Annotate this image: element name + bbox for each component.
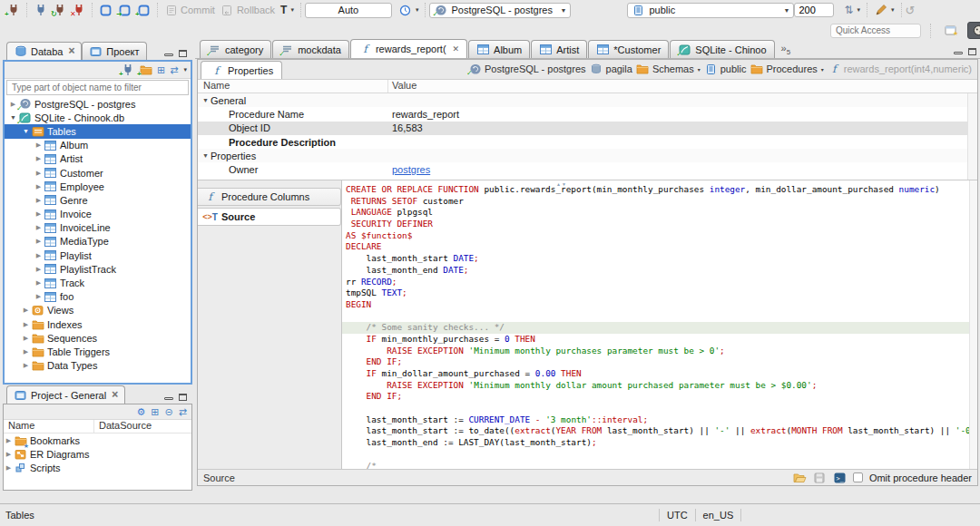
- expand-arrow-icon[interactable]: ▶: [34, 238, 44, 245]
- close-icon[interactable]: ❌︎: [68, 46, 74, 56]
- tab-project-general[interactable]: Project - General ❌︎: [6, 385, 125, 404]
- tree-item-mediatype[interactable]: ▶MediaType: [5, 235, 191, 248]
- transaction-log-button[interactable]: T▾: [278, 1, 297, 19]
- link-with-editor-icon[interactable]: ⇄: [170, 65, 178, 75]
- column-header-datasource[interactable]: DataSource: [94, 420, 152, 433]
- expand-arrow-icon[interactable]: ▶: [34, 266, 44, 273]
- tree-item-track[interactable]: ▶Track: [5, 276, 191, 289]
- grid-scrollbar[interactable]: [967, 93, 977, 180]
- gear-icon[interactable]: ⚙: [136, 407, 145, 417]
- new-connection-icon[interactable]: +: [121, 63, 134, 76]
- tree-item-customer[interactable]: ▶Customer: [5, 166, 191, 180]
- code-line-11[interactable]: BEGIN: [346, 299, 968, 311]
- connect-button[interactable]: [31, 1, 50, 19]
- expand-arrow-icon[interactable]: ▶: [21, 321, 31, 328]
- property-row-procedure-name[interactable]: Procedure Namerewards_report: [198, 107, 977, 121]
- tree-item-playlisttrack[interactable]: ▶PlaylistTrack: [5, 262, 191, 276]
- side-tab-source[interactable]: <>TSource: [198, 208, 341, 226]
- expand-arrow-icon[interactable]: ▶: [21, 307, 31, 314]
- schema-combo[interactable]: public ▼: [627, 3, 794, 18]
- tree-item-invoiceline[interactable]: ▶InvoiceLine: [5, 221, 191, 235]
- object-filter-input[interactable]: [6, 80, 189, 95]
- timezone-indicator[interactable]: UTC: [667, 510, 688, 521]
- tree-item-indexes[interactable]: ▶Indexes: [5, 317, 191, 331]
- reconnect-button[interactable]: ↻: [50, 1, 69, 19]
- code-line-3[interactable]: LANGUAGE plpgsql: [346, 207, 968, 219]
- expand-arrow-icon[interactable]: ▶: [4, 464, 14, 472]
- expand-all-icon[interactable]: ⊝: [165, 407, 173, 417]
- tree-item-postgresql-postgres[interactable]: ▶✓PostgreSQL - postgres: [5, 97, 191, 111]
- grid-column-value[interactable]: Value: [388, 80, 416, 93]
- tree-item-invoice[interactable]: ▶Invoice: [5, 208, 191, 221]
- property-row-object-id[interactable]: Object ID16,583: [198, 122, 977, 135]
- tree-item-sequences[interactable]: ▶Sequences: [5, 331, 191, 345]
- disconnect-button[interactable]: ✕: [69, 1, 88, 19]
- expand-arrow-icon[interactable]: ▶: [21, 335, 31, 342]
- collapse-all-icon[interactable]: ⊞: [157, 65, 165, 75]
- tab-project-explorer[interactable]: Проект: [82, 42, 146, 60]
- code-line-4[interactable]: SECURITY DEFINER: [346, 219, 968, 230]
- project-item-scripts[interactable]: ▶Scripts: [4, 462, 191, 475]
- code-line-21[interactable]: last_month_start := CURRENT_DATE - '3 mo…: [346, 414, 968, 426]
- quick-access-input[interactable]: [830, 24, 921, 38]
- editor-tab-mockdata[interactable]: ✓mockdata: [272, 40, 349, 58]
- expand-arrow-icon[interactable]: ▶: [34, 170, 44, 177]
- editor-tab-category[interactable]: ✓category: [200, 40, 271, 58]
- expand-arrow-icon[interactable]: ▶: [34, 155, 44, 162]
- tab-properties[interactable]: f Properties: [201, 61, 282, 79]
- fetch-size-input[interactable]: [794, 3, 834, 17]
- expand-arrow-icon[interactable]: ▶: [34, 197, 44, 204]
- tree-item-album[interactable]: ▶Album: [5, 139, 191, 152]
- editor-tab-rewards-report-[interactable]: frewards_report(✕: [350, 39, 467, 58]
- code-line-20[interactable]: [346, 403, 968, 414]
- code-line-25[interactable]: /*: [346, 461, 968, 470]
- chevron-down-icon[interactable]: ▾: [821, 66, 824, 73]
- collapse-arrow-icon[interactable]: ▼: [202, 97, 211, 103]
- project-item-er-diagrams[interactable]: ▶ER Diagrams: [4, 447, 191, 461]
- owner-link[interactable]: postgres: [392, 164, 430, 175]
- breadcrumb-item-rewards-report-int4-numeric-[interactable]: frewards_report(int4,numeric): [828, 63, 972, 75]
- code-line-17[interactable]: IF min_dollar_amount_purchased = 0.00 TH…: [346, 368, 968, 380]
- tab-database-navigator[interactable]: Databa ❌︎: [6, 42, 82, 60]
- view-menu-icon[interactable]: ▾: [183, 66, 187, 73]
- code-line-10[interactable]: tmpSQL TEXT;: [346, 287, 968, 299]
- expand-arrow-icon[interactable]: ▶: [21, 348, 31, 356]
- editor-tab-album[interactable]: Album: [468, 40, 530, 58]
- generate-mock-data-button[interactable]: ▾: [871, 1, 897, 19]
- code-line-15[interactable]: RAISE EXCEPTION 'Minimum monthly purchas…: [346, 346, 968, 357]
- chevron-down-icon[interactable]: ▾: [698, 66, 701, 73]
- new-connection-button[interactable]: +: [4, 1, 23, 19]
- new-sql-editor-button[interactable]: +: [134, 1, 153, 19]
- code-line-23[interactable]: last_month_end := LAST_DAY(last_month_st…: [346, 437, 968, 449]
- minimize-icon[interactable]: [954, 52, 963, 54]
- new-folder-icon[interactable]: +: [139, 63, 152, 76]
- sql-editor-button[interactable]: [96, 1, 115, 19]
- expand-arrow-icon[interactable]: ▶: [34, 279, 44, 287]
- code-line-5[interactable]: AS $function$: [346, 230, 968, 242]
- editor-tab-artist[interactable]: Artist: [531, 40, 587, 58]
- link-with-editor-icon[interactable]: ⇄: [179, 407, 187, 417]
- load-from-file-icon[interactable]: [793, 472, 807, 484]
- tree-item-foo[interactable]: ▶foo: [5, 290, 191, 304]
- maximize-icon[interactable]: [179, 50, 187, 57]
- project-item-bookmarks[interactable]: ▶★Bookmarks: [4, 433, 191, 447]
- expand-arrow-icon[interactable]: ▶: [34, 183, 44, 190]
- expand-arrow-icon[interactable]: ▶: [34, 141, 44, 149]
- expand-arrow-icon[interactable]: ▶: [34, 210, 44, 218]
- expand-arrow-icon[interactable]: ▶: [34, 224, 44, 231]
- property-row-general[interactable]: ▼General: [198, 93, 977, 107]
- property-row-owner[interactable]: Ownerpostgres: [198, 162, 977, 176]
- code-line-12[interactable]: [346, 311, 968, 323]
- code-line-7[interactable]: last_month_start DATE;: [346, 253, 968, 265]
- locale-indicator[interactable]: en_US: [703, 510, 734, 521]
- column-header-name[interactable]: Name: [4, 420, 94, 433]
- editor-tab--customer[interactable]: *Customer: [588, 40, 669, 58]
- side-tab-procedure-columns[interactable]: fProcedure Columns: [198, 188, 341, 206]
- commit-mode-combo[interactable]: Auto: [305, 3, 392, 18]
- property-row-properties[interactable]: ▼Properties: [198, 149, 977, 162]
- omit-procedure-header-checkbox[interactable]: [853, 472, 863, 482]
- code-line-1[interactable]: CREATE OR REPLACE FUNCTION public.reward…: [346, 184, 968, 196]
- expand-arrow-icon[interactable]: ▶: [34, 293, 44, 300]
- code-line-22[interactable]: last_month_start := to_date((extract(YEA…: [346, 425, 968, 437]
- tree-item-views[interactable]: ▶Views: [5, 304, 191, 317]
